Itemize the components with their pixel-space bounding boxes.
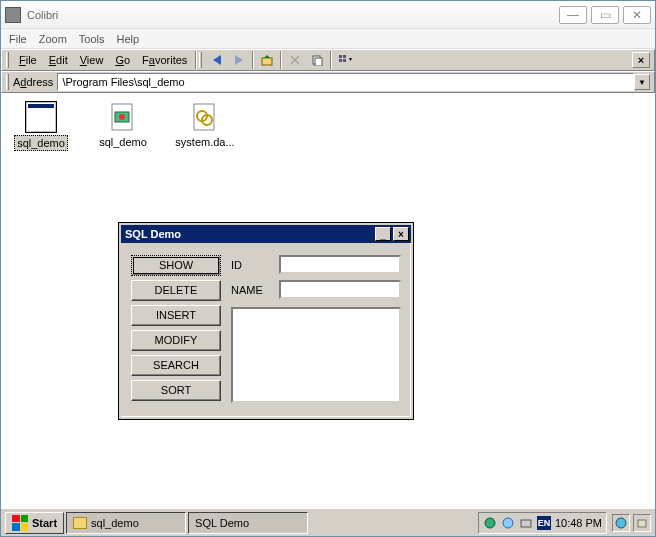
language-indicator[interactable]: EN [537,516,551,530]
start-button[interactable]: Start [5,512,64,534]
menu-help[interactable]: Help [117,33,140,45]
sql-fields: ID NAME [231,255,401,403]
file-pane[interactable]: sql_demo sql_demo system.da... SQL Demo … [1,93,655,453]
task-label: sql_demo [91,517,139,529]
views-button[interactable] [334,50,356,70]
menu-file[interactable]: File [9,33,27,45]
task-sql-demo-app[interactable]: SQL Demo [188,512,308,534]
svg-point-20 [616,518,626,528]
explorer-menu-go[interactable]: Go [109,52,136,68]
toolbar-grip-2[interactable] [199,52,202,68]
svg-point-17 [485,518,495,528]
sql-minimize-button[interactable]: _ [375,227,391,241]
quick-launch [612,514,651,532]
svg-rect-19 [521,520,531,527]
svg-rect-2 [262,58,272,65]
svg-marker-10 [349,58,352,61]
start-label: Start [32,517,57,529]
file-label: system.da... [173,135,236,149]
modify-button[interactable]: MODIFY [131,330,221,351]
svg-marker-1 [235,55,243,65]
back-button[interactable] [206,50,228,70]
minimize-button[interactable]: ― [559,6,587,24]
tray-icon-2[interactable] [501,516,515,530]
titlebar: Colibri ― ▭ ✕ [1,1,655,29]
explorer-menu-view[interactable]: View [74,52,110,68]
address-bar: Address \Program Files\sql_demo ▼ [1,71,655,93]
window-title: Colibri [27,9,555,21]
maximize-button[interactable]: ▭ [591,6,619,24]
svg-point-13 [119,114,125,120]
id-input[interactable] [279,255,401,274]
explorer-toolbar: File Edit View Go Favorites × [1,49,655,71]
toolbar-close-button[interactable]: × [632,52,650,68]
svg-rect-8 [339,59,342,62]
close-button[interactable]: ✕ [623,6,651,24]
sql-close-button[interactable]: × [393,227,409,241]
clock[interactable]: 10:48 PM [555,517,602,529]
address-grip[interactable] [6,74,9,90]
file-item-system-data[interactable]: system.da... [173,101,237,149]
separator [195,51,197,69]
svg-rect-6 [339,55,342,58]
sql-demo-window: SQL Demo _ × SHOW DELETE INSERT MODIFY S… [119,223,413,419]
address-dropdown-button[interactable]: ▼ [634,74,650,90]
app-window: Colibri ― ▭ ✕ File Zoom Tools Help File … [0,0,656,537]
results-listbox[interactable] [231,307,401,403]
explorer-menu-file[interactable]: File [13,52,43,68]
name-row: NAME [231,280,401,299]
task-label: SQL Demo [195,517,249,529]
file-label: sql_demo [97,135,149,149]
svg-rect-9 [343,59,346,62]
explorer-menu-favorites[interactable]: Favorites [136,52,193,68]
name-label: NAME [231,284,271,296]
svg-point-18 [503,518,513,528]
separator [252,51,254,69]
svg-marker-0 [213,55,221,65]
copy-button[interactable] [306,50,328,70]
separator [330,51,332,69]
address-label: Address [13,76,53,88]
up-button[interactable] [256,50,278,70]
sort-button[interactable]: SORT [131,380,221,401]
task-sql-demo-folder[interactable]: sql_demo [66,512,186,534]
delete-button[interactable]: DELETE [131,280,221,301]
system-tray: EN 10:48 PM [478,512,607,534]
svg-rect-5 [315,58,322,66]
cut-button[interactable] [284,50,306,70]
svg-marker-3 [264,55,270,58]
file-item-sql-demo-config[interactable]: sql_demo [91,101,155,149]
file-item-sql-demo-app[interactable]: sql_demo [9,101,73,151]
address-input[interactable]: \Program Files\sql_demo [57,73,634,91]
sql-window-title: SQL Demo [125,228,373,240]
windows-logo-icon [12,515,28,531]
sql-body: SHOW DELETE INSERT MODIFY SEARCH SORT ID [121,243,411,417]
svg-rect-7 [343,55,346,58]
search-button[interactable]: SEARCH [131,355,221,376]
id-row: ID [231,255,401,274]
data-file-icon [189,101,221,133]
toolbar-grip[interactable] [6,52,9,68]
taskbar: Start sql_demo SQL Demo EN 10:48 PM [1,508,655,536]
app-icon [5,7,21,23]
sql-titlebar[interactable]: SQL Demo _ × [121,225,411,243]
name-input[interactable] [279,280,401,299]
quick-launch-1[interactable] [612,514,630,532]
insert-button[interactable]: INSERT [131,305,221,326]
forward-button[interactable] [228,50,250,70]
file-label: sql_demo [14,135,68,151]
tray-icon-1[interactable] [483,516,497,530]
explorer-menu-edit[interactable]: Edit [43,52,74,68]
outer-menu: File Zoom Tools Help [1,29,655,49]
show-button[interactable]: SHOW [131,255,221,276]
quick-launch-2[interactable] [633,514,651,532]
content-area: File Edit View Go Favorites × Address \P… [1,49,655,508]
separator [280,51,282,69]
tray-icon-3[interactable] [519,516,533,530]
folder-icon [73,517,87,529]
id-label: ID [231,259,271,271]
menu-zoom[interactable]: Zoom [39,33,67,45]
menu-tools[interactable]: Tools [79,33,105,45]
application-icon [25,101,57,133]
svg-rect-21 [638,520,646,527]
